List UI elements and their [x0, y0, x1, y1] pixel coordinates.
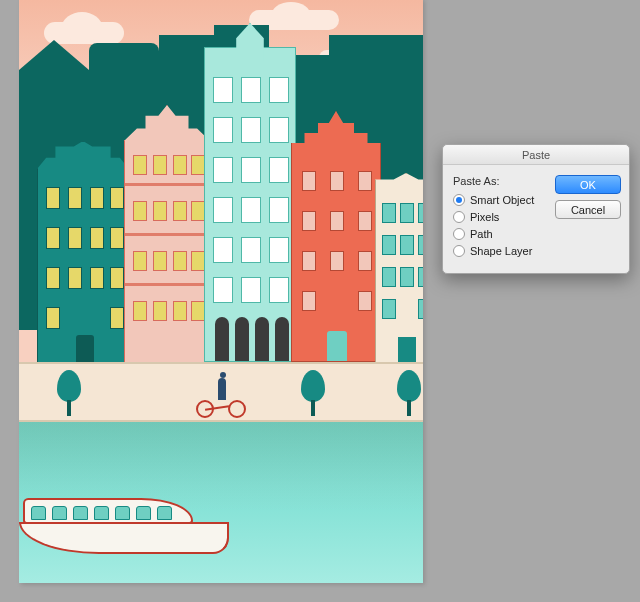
building-cream	[375, 188, 423, 364]
radio-label: Pixels	[470, 211, 499, 223]
building-mint-tall	[204, 60, 296, 362]
document-canvas[interactable]	[19, 0, 423, 583]
tree-illustration	[57, 368, 81, 416]
building-pink	[124, 140, 210, 364]
group-label: Paste As:	[453, 175, 547, 187]
boat-illustration	[19, 480, 239, 554]
tree-illustration	[301, 368, 325, 416]
dialog-title: Paste	[522, 149, 550, 161]
tree-illustration	[397, 368, 421, 416]
button-label: OK	[580, 179, 596, 191]
radio-icon	[453, 245, 465, 257]
radio-shape-layer[interactable]: Shape Layer	[453, 242, 547, 259]
radio-label: Path	[470, 228, 493, 240]
ok-button[interactable]: OK	[555, 175, 621, 194]
cyclist-illustration	[194, 370, 254, 418]
radio-label: Shape Layer	[470, 245, 532, 257]
radio-icon	[453, 194, 465, 206]
button-label: Cancel	[571, 204, 605, 216]
radio-icon	[453, 211, 465, 223]
dialog-titlebar[interactable]: Paste	[443, 145, 629, 165]
building-red-stepped	[291, 150, 381, 362]
paste-as-group: Paste As: Smart Object Pixels Path Shape…	[453, 175, 547, 259]
radio-label: Smart Object	[470, 194, 534, 206]
building-teal	[37, 168, 129, 366]
radio-pixels[interactable]: Pixels	[453, 208, 547, 225]
cancel-button[interactable]: Cancel	[555, 200, 621, 219]
radio-icon	[453, 228, 465, 240]
paste-dialog: Paste Paste As: Smart Object Pixels Path…	[442, 144, 630, 274]
radio-smart-object[interactable]: Smart Object	[453, 191, 547, 208]
radio-path[interactable]: Path	[453, 225, 547, 242]
